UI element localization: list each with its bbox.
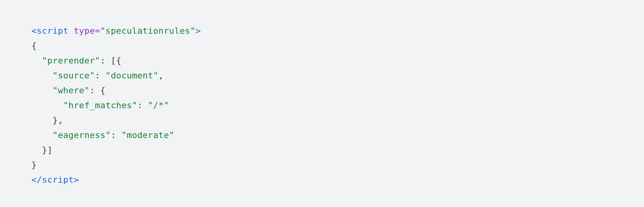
json-open-brace: { — [31, 41, 37, 51]
tag-name-close: script — [42, 175, 74, 185]
key-prerender: "prerender" — [42, 56, 100, 65]
tag-open-end: > — [195, 26, 201, 36]
key-where: "where" — [53, 85, 89, 95]
key-source: "source" — [53, 71, 95, 80]
key-href-matches: "href_matches" — [63, 100, 137, 110]
tag-close-end: > — [74, 175, 79, 185]
value-eagerness: "moderate" — [121, 130, 174, 140]
json-close-brace: } — [31, 160, 37, 170]
code-content: <script type="speculationrules"> { "prer… — [31, 24, 613, 187]
value-source: "document" — [106, 71, 158, 80]
attr-value: "speculationrules" — [100, 26, 195, 36]
tag-name-open: script — [37, 26, 69, 36]
tag-open-bracket: < — [31, 26, 37, 36]
attr-name: type — [74, 26, 95, 36]
code-block: <script type="speculationrules"> { "prer… — [0, 0, 644, 207]
key-eagerness: "eagerness" — [53, 130, 111, 140]
value-href-matches: "/*" — [148, 100, 169, 110]
tag-close-start: </ — [31, 175, 42, 185]
